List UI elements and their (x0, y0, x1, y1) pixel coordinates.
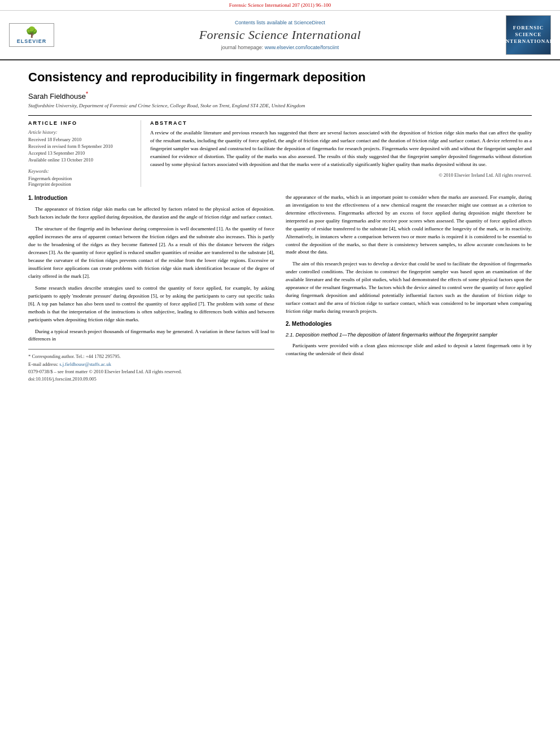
received-date: Received 18 February 2010 (28, 137, 132, 142)
revised-date: Received in revised form 8 September 201… (28, 143, 132, 149)
keyword-1: Fingermark deposition (28, 176, 132, 181)
keywords-label: Keywords: (28, 168, 132, 174)
main-content: Consistency and reproducibility in finge… (0, 60, 560, 392)
citation-text: Forensic Science International 207 (2011… (229, 2, 331, 8)
journal-cover-image: FORENSICSCIENCEINTERNATIONAL (506, 15, 551, 55)
email-line: E-mail address: s.j.fieldhouse@staffs.ac… (28, 361, 274, 368)
intro-para-3: Some research studies describe strategie… (28, 285, 274, 324)
author-name: Sarah Fieldhouse* (28, 90, 532, 101)
journal-homepage: journal homepage: www.elsevier.com/locat… (60, 45, 500, 50)
article-title: Consistency and reproducibility in finge… (28, 69, 532, 86)
journal-cover-text: FORENSICSCIENCEINTERNATIONAL (503, 25, 553, 45)
journal-title-area: Contents lists available at ScienceDirec… (60, 20, 500, 50)
history-label: Article history: (28, 129, 132, 135)
right-para-2: The aim of this research project was to … (286, 260, 532, 316)
abstract-copyright: © 2010 Elsevier Ireland Ltd. All rights … (150, 172, 532, 178)
keywords-section: Keywords: Fingermark deposition Fingerpr… (28, 168, 132, 187)
elsevier-logo: 🌳 ELSEVIER (9, 23, 54, 47)
keyword-2: Fingerprint deposition (28, 181, 132, 187)
sciencedirect-link-text[interactable]: ScienceDirect (294, 20, 326, 25)
elsevier-tree-icon: 🌳 (12, 26, 51, 38)
abstract-panel: ABSTRACT A review of the available liter… (141, 120, 532, 187)
author-sup: * (86, 90, 88, 97)
introduction-heading: 1. Introduction (28, 194, 274, 203)
right-para-3: Participants were provided with a clean … (286, 342, 532, 358)
footnote-area: * Corresponding author. Tel.: +44 1782 2… (28, 349, 274, 383)
article-info-heading: ARTICLE INFO (28, 120, 132, 126)
journal-name: Forensic Science International (60, 28, 500, 42)
intro-para-4: During a typical research project thousa… (28, 328, 274, 344)
right-column: the appearance of the marks, which is an… (286, 194, 532, 383)
journal-header: 🌳 ELSEVIER Contents lists available at S… (0, 11, 560, 60)
left-column: 1. Introduction The appearance of fricti… (28, 194, 274, 383)
elsevier-wordmark: ELSEVIER (12, 38, 51, 44)
homepage-url[interactable]: www.elsevier.com/locate/forsciint (265, 45, 339, 50)
affiliation: Staffordshire University, Department of … (28, 103, 532, 108)
citation-bar: Forensic Science International 207 (2011… (0, 0, 560, 11)
abstract-text: A review of the available literature and… (150, 129, 532, 169)
info-abstract-section: ARTICLE INFO Article history: Received 1… (28, 115, 532, 187)
intro-para-1: The appearance of friction ridge skin ma… (28, 206, 274, 221)
subsection-2-1-heading: 2.1. Deposition method 1—The deposition … (286, 331, 532, 339)
sciencedirect-label: Contents lists available at ScienceDirec… (60, 20, 500, 25)
right-para-1: the appearance of the marks, which is an… (286, 194, 532, 257)
article-info-panel: ARTICLE INFO Article history: Received 1… (28, 120, 141, 187)
abstract-heading: ABSTRACT (150, 120, 532, 126)
body-columns: 1. Introduction The appearance of fricti… (28, 194, 532, 383)
star-note: * Corresponding author. Tel.: +44 1782 2… (28, 353, 274, 360)
email-label: E-mail address: (28, 361, 58, 367)
email-address[interactable]: s.j.fieldhouse@staffs.ac.uk (59, 361, 111, 367)
online-date: Available online 13 October 2010 (28, 157, 132, 163)
doi-line: doi:10.1016/j.forsciint.2010.09.005 (28, 375, 274, 383)
intro-para-2: The structure of the fingertip and its b… (28, 225, 274, 281)
section-2-heading: 2. Methodologies (286, 320, 532, 329)
accepted-date: Accepted 13 September 2010 (28, 150, 132, 156)
issn-line: 0379-0738/$ – see front matter © 2010 El… (28, 368, 274, 375)
